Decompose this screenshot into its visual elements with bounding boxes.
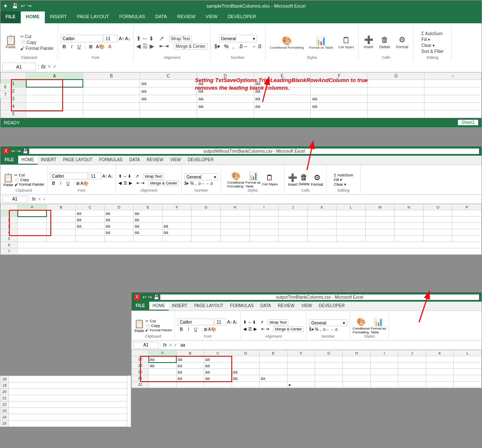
sheet-tab-1[interactable]: Sheet1 <box>458 120 478 125</box>
align-top-button[interactable]: ⬆ <box>136 35 141 42</box>
italic-btn-2[interactable]: I <box>58 180 63 187</box>
cell-G2[interactable] <box>367 87 424 95</box>
number-format-2[interactable]: General ▾ <box>184 173 218 180</box>
col-E-2[interactable]: E <box>134 204 163 210</box>
col-header-A[interactable]: A <box>26 73 83 80</box>
cell-F1-2[interactable] <box>162 210 192 217</box>
col-E-3[interactable]: E <box>260 350 288 356</box>
col-L-2[interactable]: L <box>337 204 366 210</box>
cell-B1[interactable] <box>83 80 140 87</box>
col-H-2[interactable]: H <box>220 204 249 210</box>
conditional-fmt-btn-2[interactable]: 🎨 ConditionalFormatting <box>227 171 244 188</box>
cell-E5[interactable] <box>254 110 311 118</box>
cell-A1[interactable] <box>26 80 83 87</box>
align-top-2[interactable]: ⬆ <box>118 174 122 179</box>
cell-D4[interactable]: aa <box>197 102 254 110</box>
tab-file-2[interactable]: FILE <box>0 156 18 165</box>
cell-A4[interactable] <box>26 102 83 110</box>
cell-G4[interactable] <box>367 102 424 110</box>
tab-pagelayout-3[interactable]: PAGE LAYOUT <box>191 302 227 311</box>
cell-C5[interactable] <box>140 110 197 118</box>
delete-button[interactable]: 🗑 Delete <box>377 34 393 51</box>
cell-B18-3[interactable]: aa <box>176 356 204 363</box>
indent-right-button[interactable]: ⇥ <box>164 43 169 49</box>
col-N-2[interactable]: N <box>394 204 424 210</box>
cell-styles-btn-2[interactable]: 🗒 Cell Styles <box>262 173 278 186</box>
bold-btn-2[interactable]: B <box>50 180 57 187</box>
cell-E1-2[interactable]: aa <box>134 210 163 217</box>
wrap-text-btn-3[interactable]: Wrap Text <box>268 319 288 325</box>
qat-undo[interactable]: ↩ <box>21 3 25 9</box>
cell-C2[interactable]: aa <box>140 87 197 95</box>
tab-review-3[interactable]: REVIEW <box>274 302 298 311</box>
cell-J18-3[interactable] <box>398 356 426 363</box>
format-painter-button[interactable]: 🖌 Format Painter <box>19 46 55 51</box>
autosum-btn-2[interactable]: Σ AutoSum <box>334 173 353 177</box>
formula-input-3[interactable] <box>179 343 480 347</box>
comma-btn-3[interactable]: , <box>320 327 321 332</box>
autosum-button[interactable]: Σ AutoSum <box>420 31 445 36</box>
cell-A5[interactable] <box>26 110 83 118</box>
col-O-2[interactable]: O <box>423 204 452 210</box>
fill-color-btn-3[interactable]: A🎨 <box>208 327 216 332</box>
col-A-3[interactable]: A <box>149 350 177 356</box>
tab-insert-2[interactable]: INSERT <box>38 156 60 165</box>
formula-cancel-2[interactable]: ✕ <box>38 197 41 201</box>
tab-developer-2[interactable]: DEVELOPER <box>184 156 217 165</box>
formula-input-1[interactable] <box>58 64 480 69</box>
align-bot-3[interactable]: ⬇ <box>252 320 256 324</box>
insert-btn-2[interactable]: ➕ Insert <box>288 173 298 187</box>
indent-left-button[interactable]: ⇤ <box>159 43 164 49</box>
tab-data-1[interactable]: DATA <box>150 11 172 23</box>
copy-button[interactable]: 📄 Copy <box>19 40 55 45</box>
cut-button[interactable]: ✂ Cut <box>19 34 55 39</box>
italic-btn-3[interactable]: I <box>186 326 191 333</box>
rotate-3[interactable]: ↗ <box>260 320 263 324</box>
qat-save[interactable]: 💾 <box>12 3 18 9</box>
qat-save-3[interactable]: 💾 <box>153 294 159 300</box>
col-I-2[interactable]: I <box>249 204 279 210</box>
underline-button[interactable]: U <box>75 43 83 50</box>
qat-undo-3[interactable]: ↩ <box>142 294 146 300</box>
cell-E4[interactable]: aa <box>254 102 311 110</box>
col-B-2[interactable]: B <box>47 204 76 210</box>
formula-cancel-3[interactable]: ✕ <box>169 343 172 347</box>
font-grow-3[interactable]: A↑ <box>227 320 232 324</box>
col-G-2[interactable]: G <box>192 204 221 210</box>
tab-home-1[interactable]: HOME <box>21 11 45 23</box>
formula-confirm-3[interactable]: ✓ <box>174 343 177 347</box>
cell-C1-2[interactable]: aa <box>76 210 105 217</box>
qat-redo[interactable]: ↪ <box>27 3 32 9</box>
cell-H3[interactable] <box>424 95 482 102</box>
decimal-inc-button[interactable]: .0→ <box>237 43 249 50</box>
font-name-3[interactable] <box>178 319 214 325</box>
wrap-text-button[interactable]: Wrap Text <box>169 36 192 42</box>
col-F-3[interactable]: F <box>287 350 315 356</box>
align-left-button[interactable]: ◀ <box>136 43 141 49</box>
font-size-input[interactable] <box>104 35 118 42</box>
conditional-fmt-btn-3[interactable]: 🎨 ConditionalFormatting <box>353 317 370 334</box>
font-size-3[interactable] <box>214 319 226 325</box>
col-M-2[interactable]: M <box>365 204 394 210</box>
font-shrink-icon[interactable]: A↓ <box>125 36 131 41</box>
align-center-button[interactable]: ☰ <box>142 43 148 49</box>
formula-cancel[interactable]: ✕ <box>47 64 51 69</box>
comma-button[interactable]: , <box>232 43 236 50</box>
fill-color-btn-2[interactable]: A🎨 <box>80 181 88 186</box>
align-bottom-button[interactable]: ⬇ <box>149 35 154 42</box>
fx-btn-2[interactable]: fx <box>32 197 36 201</box>
tab-developer-3[interactable]: DEVELOPER <box>315 302 348 311</box>
col-J-2[interactable]: J <box>279 204 308 210</box>
col-A-2[interactable]: A <box>18 204 47 210</box>
cell-H1-2[interactable] <box>220 210 249 217</box>
align-right-button[interactable]: ▶ <box>150 43 154 49</box>
dec-inc-2[interactable]: .0→ <box>197 181 205 186</box>
qat-redo-3[interactable]: ↪ <box>148 294 152 300</box>
align-middle-button[interactable]: ↔ <box>142 35 148 42</box>
name-box-2[interactable] <box>2 196 27 203</box>
align-left-2[interactable]: ◀ <box>118 181 122 185</box>
align-center-3[interactable]: ☰ <box>248 327 252 331</box>
tab-pagelayout-1[interactable]: PAGE LAYOUT <box>72 11 114 23</box>
font-name-2[interactable] <box>50 173 88 179</box>
align-right-3[interactable]: ▶ <box>254 327 257 331</box>
